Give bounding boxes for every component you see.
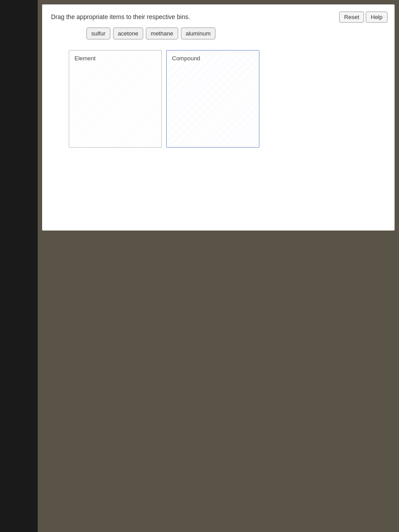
drag-item-methane[interactable]: methane: [146, 27, 178, 39]
compound-bin-label: Compound: [172, 55, 200, 62]
bottom-area: [38, 231, 399, 532]
activity-card: Drag the appropriate items to their resp…: [42, 4, 395, 231]
draggable-items-row: sulfur acetone methane aluminum: [86, 27, 386, 39]
help-button[interactable]: Help: [366, 12, 387, 23]
main-area: Drag the appropriate items to their resp…: [38, 0, 399, 532]
element-bin[interactable]: Element: [69, 50, 162, 148]
drag-item-aluminum[interactable]: aluminum: [181, 27, 215, 39]
compound-bin[interactable]: Compound: [166, 50, 259, 148]
left-sidebar: [0, 0, 38, 532]
drag-item-acetone[interactable]: acetone: [113, 27, 143, 39]
drag-item-sulfur[interactable]: sulfur: [86, 27, 110, 39]
instruction-text: Drag the appropriate items to their resp…: [51, 13, 386, 20]
top-buttons: Reset Help: [339, 12, 387, 23]
reset-button[interactable]: Reset: [339, 12, 364, 23]
element-bin-label: Element: [74, 55, 96, 62]
bins-row: Element Compound: [69, 50, 386, 148]
